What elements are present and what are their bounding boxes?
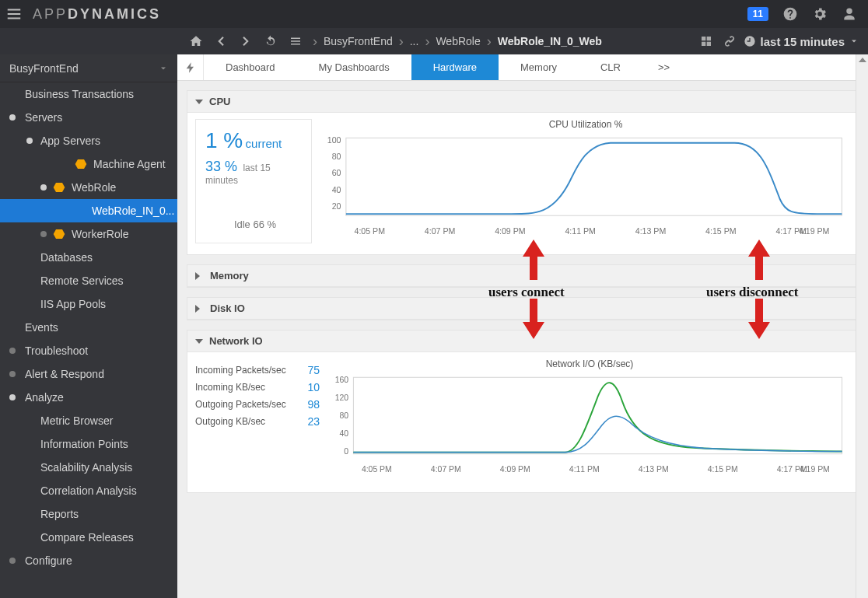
logo-bold: DYNAMICS xyxy=(68,6,161,22)
network-metrics: Incoming Packets/sec75 Incoming KB/sec10… xyxy=(195,358,320,481)
sidebar-item-info[interactable]: Information Points xyxy=(0,432,177,456)
in-packets-label: Incoming Packets/sec xyxy=(195,365,286,376)
svg-text:120: 120 xyxy=(335,393,349,402)
disclose-icon xyxy=(195,100,203,104)
grid-icon[interactable] xyxy=(700,35,712,47)
in-packets-val: 75 xyxy=(307,364,320,376)
disclose-icon xyxy=(195,272,204,280)
time-range-label: last 15 minutes xyxy=(761,35,845,48)
scrollbar[interactable] xyxy=(856,54,868,598)
panel-cpu: CPU 1 % current 33 % last 15 minutes Idl… xyxy=(187,90,859,255)
breadcrumb-0[interactable]: BusyFrontEnd xyxy=(324,35,393,47)
network-chart-svg: 160 120 80 40 0 4:05 PM 4:07 PM 4:09 PM xyxy=(329,372,850,478)
sidebar-item-correlation[interactable]: Correlation Analysis xyxy=(0,479,177,502)
link-icon[interactable] xyxy=(723,35,736,47)
app-selector[interactable]: BusyFrontEnd xyxy=(0,54,177,82)
breadcrumb-1[interactable]: ... xyxy=(410,35,419,47)
out-kb-label: Outgoing KB/sec xyxy=(195,416,265,427)
notif-badge[interactable]: 11 xyxy=(747,7,768,21)
cpu-chart-svg: 100 80 60 40 20 4:05 PM 4:07 PM 4:09 PM xyxy=(321,133,850,240)
refresh-icon[interactable] xyxy=(260,30,282,52)
chevron-down-icon xyxy=(159,64,168,73)
menu-icon[interactable] xyxy=(0,5,28,23)
disclose-icon xyxy=(195,339,203,344)
sidebar-item-databases[interactable]: Databases xyxy=(0,246,177,269)
svg-text:100: 100 xyxy=(327,135,341,145)
svg-marker-2 xyxy=(54,229,65,239)
network-chart-title: Network I/O (KB/sec) xyxy=(329,358,850,369)
back-icon[interactable] xyxy=(210,30,232,52)
home-icon[interactable] xyxy=(185,30,207,52)
cpu-chart: CPU Utilization % 100 80 60 40 20 4:05 xyxy=(321,119,850,243)
svg-text:4:13 PM: 4:13 PM xyxy=(639,465,669,474)
in-kb-val: 10 xyxy=(307,381,320,393)
tab-memory[interactable]: Memory xyxy=(499,54,579,80)
svg-text:20: 20 xyxy=(332,201,341,211)
breadcrumb-2[interactable]: WebRole xyxy=(436,35,480,47)
sidebar-item-machine-agent[interactable]: Machine Agent xyxy=(0,152,177,176)
disclose-icon xyxy=(195,305,204,313)
svg-text:4:15 PM: 4:15 PM xyxy=(708,465,738,474)
forward-icon[interactable] xyxy=(235,30,257,52)
list-icon[interactable] xyxy=(285,30,306,52)
gear-icon[interactable] xyxy=(812,6,828,22)
svg-text:4:15 PM: 4:15 PM xyxy=(705,226,737,236)
svg-text:4:13 PM: 4:13 PM xyxy=(635,226,667,236)
sidebar-item-analyze[interactable]: Analyze xyxy=(0,386,177,409)
sidebar-item-servers[interactable]: Servers xyxy=(0,106,177,129)
hex-icon xyxy=(53,228,65,240)
svg-text:4:05 PM: 4:05 PM xyxy=(355,226,386,236)
out-packets-val: 98 xyxy=(307,398,320,411)
sidebar-item-webrole-in[interactable]: WebRole_IN_0... xyxy=(0,199,177,222)
user-icon[interactable] xyxy=(842,6,857,22)
cpu-idle: Idle 66 % xyxy=(205,219,305,230)
tab-my-dashboards[interactable]: My Dashboards xyxy=(297,54,411,80)
bolt-icon[interactable] xyxy=(177,54,204,80)
sidebar-item-app-servers[interactable]: App Servers xyxy=(0,129,177,152)
svg-text:40: 40 xyxy=(339,429,348,438)
logo-light: APP xyxy=(33,6,68,22)
svg-text:4:11 PM: 4:11 PM xyxy=(569,465,600,474)
panel-diskio: Disk IO xyxy=(187,297,859,320)
tab-clr[interactable]: CLR xyxy=(579,54,642,80)
cpu-chart-title: CPU Utilization % xyxy=(321,119,850,130)
sidebar-item-events[interactable]: Events xyxy=(0,316,177,339)
svg-text:80: 80 xyxy=(332,152,341,161)
cpu-stat-box: 1 % current 33 % last 15 minutes Idle 66… xyxy=(195,119,312,243)
time-range-selector[interactable]: last 15 minutes xyxy=(744,35,859,48)
tab-more[interactable]: >> xyxy=(642,54,685,80)
sidebar-item-scalability[interactable]: Scalability Analysis xyxy=(0,456,177,479)
breadcrumb-3: WebRole_IN_0_Web xyxy=(498,35,602,47)
panel-memory-head[interactable]: Memory xyxy=(187,265,858,287)
sidebar-item-compare[interactable]: Compare Releases xyxy=(0,526,177,549)
panel-cpu-head[interactable]: CPU xyxy=(187,91,858,113)
app-name: BusyFrontEnd xyxy=(9,62,79,75)
svg-text:160: 160 xyxy=(335,376,349,384)
svg-text:4:05 PM: 4:05 PM xyxy=(362,465,392,474)
svg-rect-8 xyxy=(346,138,842,215)
svg-text:4:07 PM: 4:07 PM xyxy=(425,226,456,236)
sidebar-item-configure[interactable]: Configure xyxy=(0,549,177,572)
sidebar-item-metric[interactable]: Metric Browser xyxy=(0,409,177,432)
network-chart: Network I/O (KB/sec) 160 120 80 40 0 4:0… xyxy=(329,358,850,481)
svg-marker-0 xyxy=(75,159,87,169)
sidebar-item-reports[interactable]: Reports xyxy=(0,502,177,526)
panel-diskio-head[interactable]: Disk IO xyxy=(187,298,858,320)
sidebar-item-iis[interactable]: IIS App Pools xyxy=(0,292,177,316)
cpu-current-value: 1 % xyxy=(205,128,243,152)
svg-text:4:11 PM: 4:11 PM xyxy=(565,226,596,236)
sidebar-item-remote[interactable]: Remote Services xyxy=(0,269,177,292)
hex-icon xyxy=(75,158,87,170)
sidebar-item-webrole[interactable]: WebRole xyxy=(0,176,177,199)
tab-dashboard[interactable]: Dashboard xyxy=(204,54,297,80)
out-packets-label: Outgoing Packets/sec xyxy=(195,399,286,410)
sidebar-item-troubleshoot[interactable]: Troubleshoot xyxy=(0,339,177,362)
panel-network-head[interactable]: Network IO xyxy=(187,330,858,352)
svg-text:4:19 PM: 4:19 PM xyxy=(800,465,830,474)
sidebar-item-alert[interactable]: Alert & Respond xyxy=(0,362,177,386)
sidebar-item-biz[interactable]: Business Transactions xyxy=(0,82,177,106)
help-icon[interactable] xyxy=(782,6,798,22)
sidebar-item-workerrole[interactable]: WorkerRole xyxy=(0,222,177,246)
svg-text:60: 60 xyxy=(332,168,341,177)
tab-hardware[interactable]: Hardware xyxy=(411,54,499,80)
